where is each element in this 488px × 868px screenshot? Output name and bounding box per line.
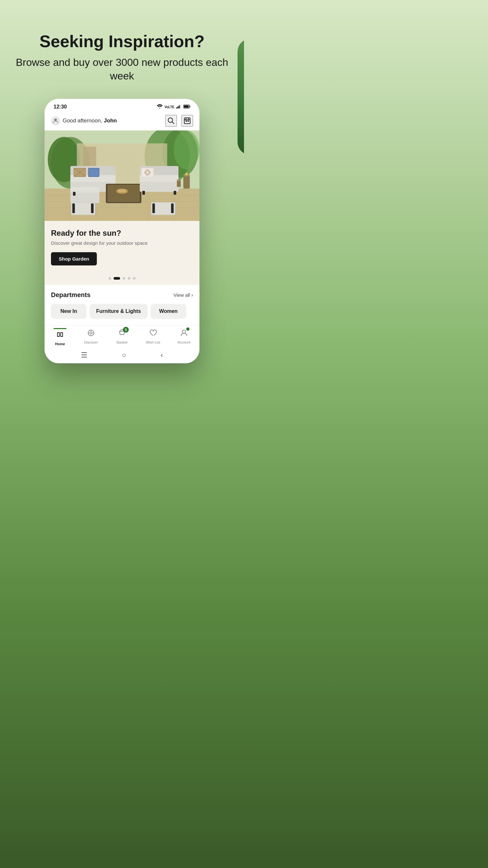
carousel-dot-3[interactable] <box>123 277 125 280</box>
shop-garden-button[interactable]: Shop Garden <box>51 252 97 266</box>
app-header: Good afternoon, John <box>44 113 199 130</box>
greeting-text: Good afternoon, John <box>63 118 117 124</box>
hero-subtitle: Browse and buy over 3000 new products ea… <box>13 56 231 83</box>
svg-rect-10 <box>184 118 190 124</box>
discover-icon <box>87 329 95 339</box>
svg-rect-46 <box>174 191 176 195</box>
banner-content: Ready for the sun? Discover great design… <box>44 221 199 272</box>
android-back-button[interactable]: ‹ <box>160 351 163 360</box>
basket-icon: 5 <box>118 329 126 339</box>
svg-rect-66 <box>171 204 174 213</box>
svg-rect-5 <box>184 105 189 107</box>
store-button[interactable] <box>182 115 193 127</box>
svg-point-82 <box>182 330 186 333</box>
svg-rect-6 <box>190 106 190 107</box>
svg-rect-42 <box>140 181 178 192</box>
home-icon <box>56 330 64 341</box>
chevron-right-icon: › <box>191 292 193 298</box>
svg-point-58 <box>146 171 149 174</box>
header-icons <box>165 115 193 127</box>
bottom-navigation: Home Discover <box>44 325 199 347</box>
banner-title: Ready for the sun? <box>51 228 193 238</box>
svg-point-7 <box>54 119 57 121</box>
status-bar: 12:30 VoLTE <box>44 99 199 113</box>
view-all-button[interactable]: View all › <box>173 292 193 298</box>
dept-chip-new-in[interactable]: New In <box>51 304 87 319</box>
svg-rect-36 <box>73 192 75 196</box>
android-navigation-bar: ☰ ○ ‹ <box>44 347 199 363</box>
nav-item-wishlist[interactable]: Wish List <box>140 329 166 346</box>
status-time: 12:30 <box>54 104 67 110</box>
dept-chip-furniture[interactable]: Furniture & Lights <box>90 304 148 319</box>
svg-rect-61 <box>72 204 75 213</box>
department-chips-list: New In Furniture & Lights Women <box>51 304 193 319</box>
dept-chip-women[interactable]: Women <box>151 304 186 319</box>
wishlist-nav-label: Wish List <box>146 340 160 344</box>
home-nav-label: Home <box>55 342 65 346</box>
svg-rect-21 <box>83 147 96 166</box>
svg-point-19 <box>174 130 199 169</box>
phone-mockup: 12:30 VoLTE Good aft <box>44 99 199 363</box>
wishlist-icon <box>149 329 157 339</box>
user-avatar-icon <box>51 116 60 125</box>
android-menu-button[interactable]: ☰ <box>81 351 88 360</box>
nav-item-basket[interactable]: 5 Basket <box>109 329 135 346</box>
basket-badge: 5 <box>123 327 129 333</box>
svg-rect-74 <box>58 333 59 336</box>
account-notification-badge <box>186 328 190 331</box>
hero-title: Seeking Inspiration? <box>13 32 231 51</box>
wifi-icon <box>157 104 163 110</box>
svg-rect-53 <box>89 168 99 176</box>
account-nav-label: Account <box>177 340 190 344</box>
search-button[interactable] <box>165 115 177 127</box>
svg-rect-45 <box>142 191 145 195</box>
svg-rect-70 <box>177 181 181 187</box>
departments-header: Departments View all › <box>51 291 193 299</box>
svg-rect-67 <box>183 176 190 189</box>
discover-nav-label: Discover <box>84 340 98 344</box>
battery-icon <box>183 104 190 110</box>
nav-item-account[interactable]: Account <box>171 329 197 346</box>
svg-line-9 <box>172 122 174 124</box>
svg-point-71 <box>177 179 181 181</box>
svg-rect-12 <box>188 120 189 122</box>
carousel-dot-2[interactable] <box>113 277 120 280</box>
carousel-dot-5[interactable] <box>133 277 135 280</box>
departments-section: Departments View all › New In Furniture … <box>44 285 199 325</box>
banner-description: Discover great design for your outdoor s… <box>51 240 193 246</box>
carousel-dot-4[interactable] <box>128 277 130 280</box>
svg-rect-0 <box>176 107 177 108</box>
basket-nav-label: Basket <box>117 340 128 344</box>
carousel-dots <box>44 272 199 285</box>
svg-point-77 <box>90 332 92 334</box>
svg-rect-62 <box>91 204 94 213</box>
lte-icon: VoLTE <box>165 105 174 109</box>
svg-rect-75 <box>61 333 62 336</box>
greeting-area: Good afternoon, John <box>51 116 117 125</box>
signal-bars-icon <box>176 104 182 110</box>
banner-hero-image <box>44 130 199 221</box>
svg-rect-65 <box>152 204 155 213</box>
android-home-button[interactable]: ○ <box>122 351 126 360</box>
nav-item-discover[interactable]: Discover <box>78 329 104 346</box>
svg-point-69 <box>185 173 188 175</box>
svg-rect-11 <box>186 120 187 122</box>
svg-rect-1 <box>177 106 178 108</box>
svg-rect-41 <box>118 190 126 192</box>
nav-item-home[interactable]: Home <box>47 329 73 346</box>
carousel-dot-1[interactable] <box>108 277 111 280</box>
status-icons: VoLTE <box>157 104 190 110</box>
svg-rect-3 <box>180 104 181 108</box>
svg-rect-2 <box>179 105 180 108</box>
account-icon <box>180 329 188 339</box>
departments-title: Departments <box>51 291 90 299</box>
